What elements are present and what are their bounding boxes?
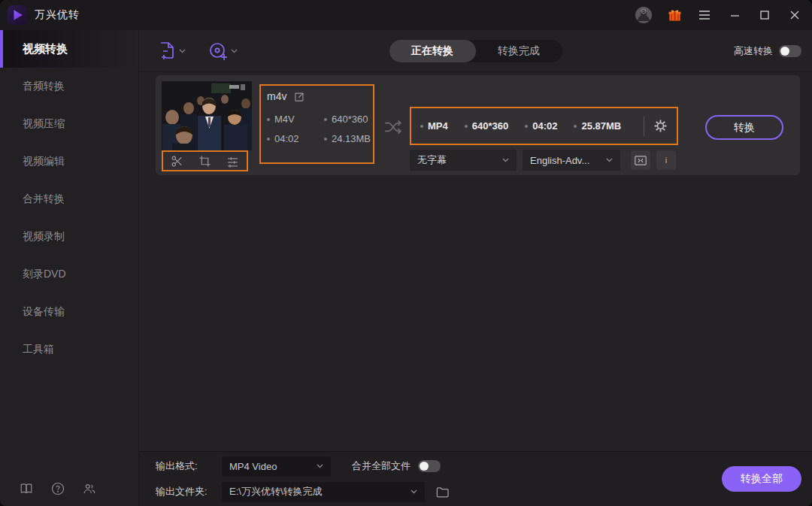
- audio-track-dropdown[interactable]: English-Adv...: [523, 150, 620, 171]
- chevron-down-icon: [179, 49, 186, 53]
- sidebar-item-label: 视频压缩: [23, 117, 65, 131]
- minimize-button[interactable]: [726, 7, 743, 23]
- app-logo-icon: [8, 5, 27, 25]
- sidebar-item-label: 视频编辑: [23, 155, 65, 168]
- file-card: m4v M4V 640*360 04:02: [156, 75, 800, 175]
- output-folder-dropdown[interactable]: E:\万兴优转\转换完成: [222, 482, 425, 502]
- sidebar-item-label: 视频录制: [23, 230, 65, 244]
- convert-all-button[interactable]: 转换全部: [722, 466, 801, 492]
- sidebar-item-toolbox[interactable]: 工具箱: [0, 331, 138, 368]
- chevron-down-icon: [502, 158, 509, 162]
- audio-dropdown-value: English-Adv...: [530, 155, 589, 166]
- gift-icon[interactable]: [666, 7, 683, 23]
- chevron-down-icon: [606, 158, 613, 162]
- info-icon: i: [665, 156, 667, 165]
- video-thumbnail[interactable]: [162, 81, 252, 150]
- tab-converting[interactable]: 正在转换: [389, 40, 476, 62]
- account-avatar-icon[interactable]: [635, 6, 653, 24]
- source-resolution: 640*360: [332, 114, 368, 125]
- subtitle-audio-row: 无字幕 English-Adv...: [410, 150, 676, 171]
- source-info-panel: m4v M4V 640*360 04:02: [259, 84, 374, 164]
- file-info-button[interactable]: i: [656, 150, 676, 170]
- tab-finished[interactable]: 转换完成: [476, 40, 562, 62]
- target-resolution: 640*360: [472, 120, 508, 132]
- status-tabs: 正在转换 转换完成: [389, 40, 562, 62]
- sidebar-item-label: 合并转换: [23, 192, 65, 206]
- output-format-label: 输出格式:: [156, 459, 222, 473]
- sidebar-item-burn-dvd[interactable]: 刻录DVD: [0, 256, 138, 293]
- app-window: 万兴优转: [0, 0, 812, 506]
- merge-all-section: 合并全部文件: [352, 459, 441, 473]
- help-icon[interactable]: [51, 482, 65, 495]
- sidebar-item-label: 音频转换: [23, 80, 65, 93]
- subtitle-dropdown[interactable]: 无字幕: [410, 150, 517, 171]
- content: 正在转换 转换完成 高速转换: [139, 30, 812, 506]
- footer-bar: 输出格式: MP4 Video 合并全部文件 输出文件夹:: [139, 451, 812, 506]
- trim-scissors-icon[interactable]: [171, 155, 183, 168]
- crop-icon[interactable]: [198, 155, 211, 168]
- merge-all-toggle[interactable]: [418, 460, 441, 472]
- high-speed-section: 高速转换: [734, 44, 801, 58]
- sidebar-item-label: 设备传输: [23, 305, 65, 319]
- close-button[interactable]: [786, 7, 803, 23]
- target-settings-gear-icon[interactable]: [653, 119, 668, 133]
- subtitle-edit-button[interactable]: [631, 150, 650, 170]
- output-folder-value: E:\万兴优转\转换完成: [229, 485, 323, 498]
- rename-icon[interactable]: [294, 91, 305, 102]
- source-format: M4V: [274, 114, 295, 125]
- target-duration: 04:02: [532, 120, 557, 132]
- sidebar-item-label: 工具箱: [23, 343, 54, 356]
- sidebar-item-audio-convert[interactable]: 音频转换: [0, 68, 138, 105]
- convert-direction-icon: [383, 117, 403, 137]
- effects-sliders-icon[interactable]: [226, 155, 239, 168]
- file-name: m4v: [267, 90, 286, 102]
- sidebar-item-label: 刻录DVD: [23, 268, 66, 281]
- app-title: 万兴优转: [35, 8, 80, 22]
- maximize-button[interactable]: [756, 7, 773, 23]
- edit-tools-bar: [162, 150, 248, 171]
- sidebar-item-video-compress[interactable]: 视频压缩: [0, 105, 138, 143]
- output-format-dropdown[interactable]: MP4 Video: [222, 456, 331, 477]
- output-folder-label: 输出文件夹:: [156, 485, 222, 498]
- merge-all-label: 合并全部文件: [352, 459, 411, 473]
- chevron-down-icon: [411, 489, 417, 494]
- target-size: 25.87MB: [581, 120, 621, 132]
- convert-button[interactable]: 转换: [705, 115, 783, 140]
- tab-label: 转换完成: [498, 44, 540, 58]
- sidebar-item-device-transfer[interactable]: 设备传输: [0, 293, 138, 331]
- source-meta: M4V 640*360 04:02 24.13MB: [267, 114, 367, 144]
- source-size: 24.13MB: [332, 133, 371, 144]
- sidebar: 视频转换 音频转换 视频压缩 视频编辑 合并转换 视频录制 刻录DVD 设备传输…: [0, 30, 139, 506]
- toolbar: 正在转换 转换完成 高速转换: [139, 30, 812, 72]
- sidebar-item-merge-convert[interactable]: 合并转换: [0, 180, 138, 218]
- community-icon[interactable]: [83, 482, 96, 495]
- titlebar-controls: [635, 6, 803, 24]
- work-area: m4v M4V 640*360 04:02: [139, 72, 812, 451]
- sidebar-footer: [20, 482, 96, 495]
- sidebar-item-video-convert[interactable]: 视频转换: [0, 30, 138, 68]
- sidebar-item-video-edit[interactable]: 视频编辑: [0, 143, 138, 180]
- chevron-down-icon: [317, 464, 323, 468]
- tab-label: 正在转换: [411, 44, 453, 58]
- load-dvd-button[interactable]: [208, 41, 238, 61]
- guide-book-icon[interactable]: [20, 482, 33, 495]
- output-format-value: MP4 Video: [229, 461, 277, 472]
- subtitle-dropdown-value: 无字幕: [417, 153, 447, 167]
- sidebar-item-label: 视频转换: [23, 42, 68, 56]
- open-folder-icon[interactable]: [435, 485, 450, 499]
- source-duration: 04:02: [274, 133, 299, 144]
- target-info-panel: MP4 640*360 04:02 25.87MB: [410, 107, 678, 145]
- titlebar: 万兴优转: [0, 0, 812, 30]
- sidebar-item-screen-record[interactable]: 视频录制: [0, 218, 138, 256]
- high-speed-toggle[interactable]: [779, 45, 801, 57]
- chevron-down-icon: [231, 49, 238, 53]
- target-format: MP4: [428, 120, 448, 132]
- add-files-button[interactable]: [158, 41, 186, 61]
- menu-icon[interactable]: [696, 7, 713, 23]
- high-speed-label: 高速转换: [734, 44, 773, 58]
